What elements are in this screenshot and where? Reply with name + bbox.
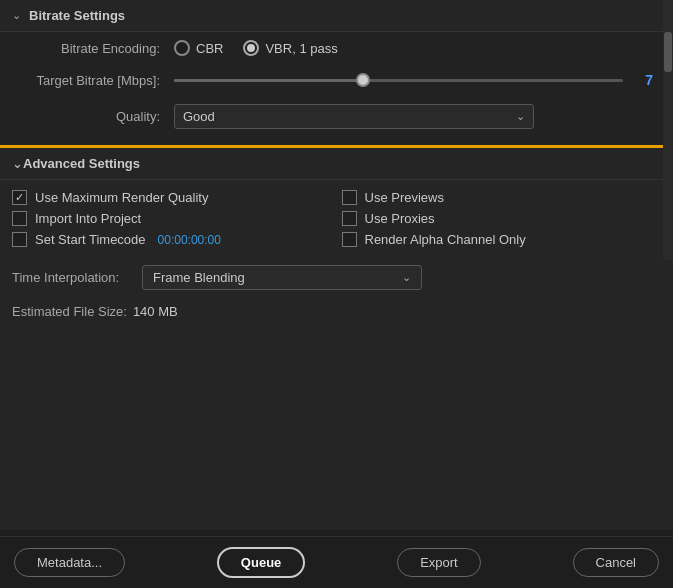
- checkbox-use-proxies-box: [342, 211, 357, 226]
- vbr-radio-label: VBR, 1 pass: [265, 41, 337, 56]
- bitrate-settings-header[interactable]: ⌄ Bitrate Settings: [0, 0, 673, 32]
- filesize-label: Estimated File Size:: [12, 304, 127, 319]
- vbr-radio-circle: [243, 40, 259, 56]
- checkbox-max-render-quality-label: Use Maximum Render Quality: [35, 190, 208, 205]
- checkbox-use-previews[interactable]: Use Previews: [342, 190, 662, 205]
- bitrate-chevron-icon: ⌄: [12, 9, 21, 22]
- bitrate-slider-thumb[interactable]: [356, 73, 370, 87]
- checkbox-max-render-quality-box: [12, 190, 27, 205]
- encoding-radio-group: CBR VBR, 1 pass: [174, 40, 338, 56]
- checkbox-set-start-timecode-box: [12, 232, 27, 247]
- cbr-radio-circle: [174, 40, 190, 56]
- bitrate-slider-value: 7: [633, 72, 653, 88]
- cbr-radio-label: CBR: [196, 41, 223, 56]
- checkbox-import-project-box: [12, 211, 27, 226]
- cbr-radio[interactable]: CBR: [174, 40, 223, 56]
- time-interpolation-dropdown[interactable]: Frame Blending ⌄: [142, 265, 422, 290]
- export-panel: ⌄ Bitrate Settings Bitrate Encoding: CBR…: [0, 0, 673, 588]
- quality-row: Quality: Good ⌄: [0, 96, 673, 137]
- quality-label: Quality:: [20, 109, 160, 124]
- checkbox-import-project-label: Import Into Project: [35, 211, 141, 226]
- checkbox-use-previews-label: Use Previews: [365, 190, 444, 205]
- quality-dropdown-value: Good: [183, 109, 215, 124]
- target-bitrate-row: Target Bitrate [Mbps]: 7: [0, 64, 673, 96]
- cancel-button[interactable]: Cancel: [573, 548, 659, 577]
- advanced-settings-header[interactable]: ⌄ Advanced Settings: [0, 148, 673, 180]
- bitrate-slider-container: 7: [174, 72, 653, 88]
- timecode-value: 00:00:00:00: [158, 233, 221, 247]
- checkbox-set-start-timecode-label: Set Start Timecode: [35, 232, 146, 247]
- checkbox-use-proxies[interactable]: Use Proxies: [342, 211, 662, 226]
- queue-button[interactable]: Queue: [217, 547, 305, 578]
- export-button[interactable]: Export: [397, 548, 481, 577]
- checkbox-use-previews-box: [342, 190, 357, 205]
- advanced-settings-section: ⌄ Advanced Settings Use Maximum Render Q…: [0, 148, 673, 530]
- checkbox-set-start-timecode[interactable]: Set Start Timecode 00:00:00:00: [12, 232, 332, 247]
- checkbox-use-proxies-label: Use Proxies: [365, 211, 435, 226]
- bitrate-settings-title: Bitrate Settings: [29, 8, 125, 23]
- advanced-settings-title: Advanced Settings: [23, 156, 140, 171]
- quality-dropdown[interactable]: Good ⌄: [174, 104, 534, 129]
- time-interpolation-label: Time Interpolation:: [12, 270, 132, 285]
- time-interpolation-row: Time Interpolation: Frame Blending ⌄: [0, 257, 673, 298]
- time-interpolation-value: Frame Blending: [153, 270, 245, 285]
- vbr-radio[interactable]: VBR, 1 pass: [243, 40, 337, 56]
- scrollbar-thumb[interactable]: [664, 32, 672, 72]
- button-row: Metadata... Queue Export Cancel: [0, 536, 673, 588]
- time-interpolation-dropdown-arrow-icon: ⌄: [402, 271, 411, 284]
- checkbox-render-alpha-box: [342, 232, 357, 247]
- bitrate-slider-fill: [174, 79, 363, 82]
- filesize-row: Estimated File Size: 140 MB: [0, 298, 673, 325]
- bitrate-slider-track[interactable]: [174, 79, 623, 82]
- bitrate-encoding-label: Bitrate Encoding:: [20, 41, 160, 56]
- scrollbar[interactable]: [663, 0, 673, 260]
- checkbox-import-project[interactable]: Import Into Project: [12, 211, 332, 226]
- bitrate-settings-section: ⌄ Bitrate Settings Bitrate Encoding: CBR…: [0, 0, 673, 145]
- filesize-value: 140 MB: [133, 304, 178, 319]
- quality-dropdown-arrow-icon: ⌄: [516, 110, 525, 123]
- advanced-chevron-icon: ⌄: [12, 156, 23, 171]
- bitrate-encoding-row: Bitrate Encoding: CBR VBR, 1 pass: [0, 32, 673, 64]
- checkbox-render-alpha[interactable]: Render Alpha Channel Only: [342, 232, 662, 247]
- checkbox-max-render-quality[interactable]: Use Maximum Render Quality: [12, 190, 332, 205]
- checkbox-render-alpha-label: Render Alpha Channel Only: [365, 232, 526, 247]
- metadata-button[interactable]: Metadata...: [14, 548, 125, 577]
- target-bitrate-label: Target Bitrate [Mbps]:: [20, 73, 160, 88]
- advanced-checkboxes-grid: Use Maximum Render Quality Use Previews …: [0, 180, 673, 257]
